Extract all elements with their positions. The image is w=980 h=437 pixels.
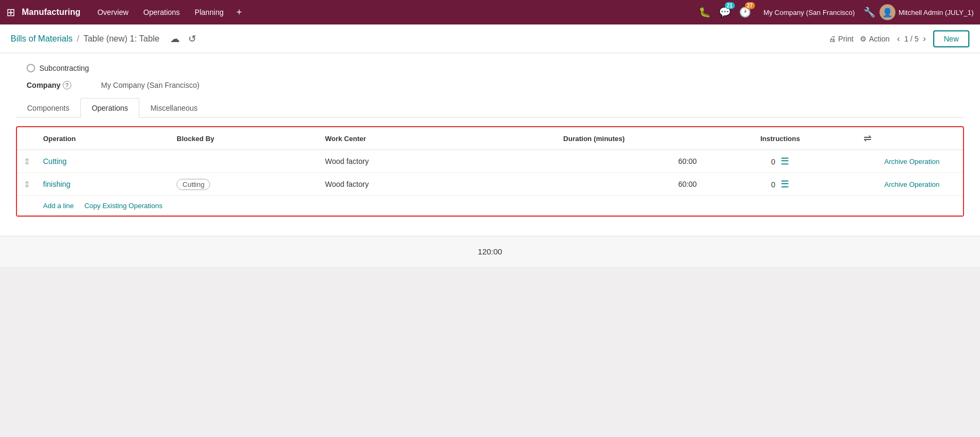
nav-item-planning[interactable]: Planning	[188, 5, 230, 20]
user-label: Mitchell Admin (JULY_1)	[899, 9, 974, 17]
breadcrumb-bar: Bills of Materials / Table (new) 1: Tabl…	[0, 24, 980, 53]
add-line-button[interactable]: Add a line	[43, 202, 74, 210]
tab-components[interactable]: Components	[16, 98, 80, 118]
col-header-duration: Duration (minutes)	[485, 127, 703, 150]
table-row: ⇕ Cutting Wood factory 60:00 0 ☰ Archive…	[17, 150, 963, 173]
total-duration: 120:00	[478, 247, 502, 256]
instructions-count-row2: 0	[771, 180, 775, 189]
print-label: Print	[838, 35, 853, 43]
nav-item-overview[interactable]: Overview	[91, 5, 135, 20]
top-nav: ⊞ Manufacturing Overview Operations Plan…	[0, 0, 980, 24]
company-label: Company ?	[27, 81, 101, 89]
printer-icon: 🖨	[828, 35, 836, 43]
subcontracting-row: Subcontracting	[16, 64, 964, 72]
table-settings-button[interactable]: ⇌	[864, 133, 872, 144]
work-center-cell-row1: Wood factory	[319, 150, 485, 173]
col-header-blocked-by: Blocked By	[170, 127, 319, 150]
blocked-by-badge-row2: Cutting	[177, 179, 210, 190]
tab-operations[interactable]: Operations	[80, 98, 139, 118]
pagination: ‹ 1 / 5 ›	[896, 33, 927, 45]
duration-cell-row1: 60:00	[485, 150, 703, 173]
sort-handle-row1[interactable]: ⇕	[23, 157, 30, 166]
blocked-by-cell-row2: Cutting	[170, 173, 319, 196]
operation-cell-row2[interactable]: finishing	[37, 173, 170, 196]
print-button[interactable]: 🖨 Print	[828, 35, 853, 43]
user-avatar: 👤	[880, 4, 895, 20]
work-center-cell-row2: Wood factory	[319, 173, 485, 196]
nav-plus-button[interactable]: +	[232, 5, 247, 20]
instructions-count-row1: 0	[771, 158, 775, 166]
company-label: My Company (San Francisco)	[764, 9, 855, 17]
subcontracting-label: Subcontracting	[39, 64, 89, 72]
refresh-button[interactable]: ↺	[186, 32, 198, 46]
tab-miscellaneous[interactable]: Miscellaneous	[139, 98, 209, 118]
table-row: ⇕ finishing Cutting Wood factory 60:00 0…	[17, 173, 963, 196]
form-panel: Subcontracting Company ? My Company (San…	[0, 53, 980, 236]
instructions-cell-row1: 0 ☰	[703, 150, 857, 173]
action-button[interactable]: ⚙ Action	[860, 35, 890, 43]
breadcrumb-separator: /	[77, 34, 79, 44]
archive-button-row1[interactable]: Archive Operation	[884, 158, 940, 166]
gear-icon: ⚙	[860, 35, 867, 43]
chat-badge: 21	[725, 2, 735, 9]
nav-item-operations[interactable]: Operations	[137, 5, 186, 20]
activity-badge: 27	[745, 2, 755, 9]
new-button[interactable]: New	[933, 30, 969, 47]
duration-cell-row2: 60:00	[485, 173, 703, 196]
upload-button[interactable]: ☁	[168, 32, 182, 46]
operation-cell-row1[interactable]: Cutting	[37, 150, 170, 173]
summary-panel: 120:00	[0, 236, 980, 267]
bug-icon: 🐛	[699, 7, 710, 18]
user-menu[interactable]: 👤 Mitchell Admin (JULY_1)	[880, 4, 974, 20]
copy-operations-button[interactable]: Copy Existing Operations	[85, 202, 163, 210]
next-page-button[interactable]: ›	[922, 33, 927, 45]
action-label: Action	[869, 35, 890, 43]
chat-button[interactable]: 💬 21	[717, 4, 733, 20]
breadcrumb-link[interactable]: Bills of Materials	[11, 34, 72, 44]
settings-wrench-icon[interactable]: 🔧	[864, 6, 875, 18]
activity-button[interactable]: 🕐 27	[737, 4, 753, 20]
list-icon-row2[interactable]: ☰	[781, 179, 789, 189]
operations-table-container: Operation Blocked By Work Center Duratio…	[16, 126, 964, 217]
table-footer-row: Add a line Copy Existing Operations	[17, 196, 963, 216]
list-icon-row1[interactable]: ☰	[781, 156, 789, 167]
page-indicator: 1 / 5	[904, 35, 918, 43]
operations-table: Operation Blocked By Work Center Duratio…	[17, 127, 963, 216]
refresh-icon: ↺	[188, 34, 196, 44]
instructions-cell-row2: 0 ☰	[703, 173, 857, 196]
app-grid-icon[interactable]: ⊞	[6, 6, 15, 19]
app-name: Manufacturing	[22, 7, 80, 17]
company-field-row: Company ? My Company (San Francisco)	[16, 81, 964, 89]
main-content: Subcontracting Company ? My Company (San…	[0, 53, 980, 437]
tabs-bar: Components Operations Miscellaneous	[16, 98, 964, 118]
subcontracting-radio[interactable]	[27, 64, 35, 72]
col-header-instructions: Instructions	[703, 127, 857, 150]
sort-handle-row2[interactable]: ⇕	[23, 180, 30, 189]
col-header-operation: Operation	[37, 127, 170, 150]
bug-report-button[interactable]: 🐛	[697, 4, 713, 20]
archive-button-row2[interactable]: Archive Operation	[884, 180, 940, 188]
col-header-work-center: Work Center	[319, 127, 485, 150]
company-help-icon[interactable]: ?	[63, 81, 71, 89]
prev-page-button[interactable]: ‹	[896, 33, 901, 45]
breadcrumb-current: Table (new) 1: Table	[83, 34, 160, 44]
blocked-by-cell-row1	[170, 150, 319, 173]
company-value: My Company (San Francisco)	[101, 81, 199, 89]
upload-icon: ☁	[170, 34, 180, 44]
